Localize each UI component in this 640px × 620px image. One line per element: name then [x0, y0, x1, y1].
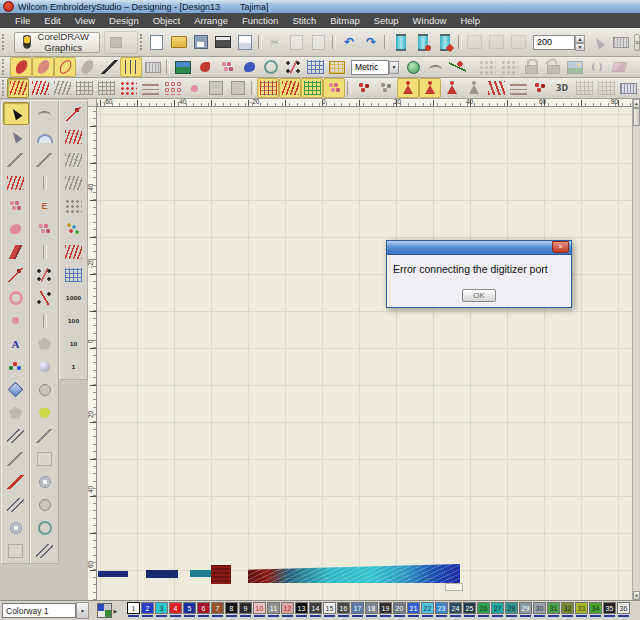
- insert-embroidery-icon[interactable]: [390, 32, 412, 52]
- close-icon[interactable]: ×: [552, 241, 569, 253]
- ellipse-icon[interactable]: [260, 57, 282, 77]
- tatami-stitch-icon[interactable]: [29, 78, 51, 98]
- tool-pick-color[interactable]: [3, 263, 29, 286]
- color-swatch[interactable]: 21: [407, 602, 420, 614]
- coreldraw-graphics-button[interactable]: CorelDRAW Graphics: [14, 32, 100, 53]
- vector-shape-icon[interactable]: [238, 57, 260, 77]
- menu-item[interactable]: Help: [453, 15, 487, 26]
- tool-open-curve[interactable]: [32, 102, 58, 125]
- tool-cluster[interactable]: [61, 217, 87, 240]
- color-swatch[interactable]: 11: [267, 602, 280, 614]
- outline-object-icon[interactable]: [54, 57, 76, 77]
- zoom-factor-value[interactable]: 200: [533, 35, 575, 50]
- globe-icon[interactable]: [402, 57, 424, 77]
- color-swatch[interactable]: 22: [421, 602, 434, 614]
- stitch-player-icon[interactable]: [508, 32, 530, 52]
- color-swatch[interactable]: 36: [617, 602, 630, 614]
- dialog-title-bar[interactable]: ×: [387, 241, 571, 255]
- wave-stitch-icon[interactable]: [485, 78, 507, 98]
- zoom-factor-combo[interactable]: 200 ▲▼: [533, 35, 585, 50]
- tool-angle-line[interactable]: [32, 286, 58, 309]
- separator[interactable]: [256, 32, 264, 52]
- toolbar-grip[interactable]: [2, 34, 5, 50]
- color-swatch[interactable]: 28: [505, 602, 518, 614]
- color-swatch[interactable]: 30: [533, 602, 546, 614]
- save-embroidery-icon[interactable]: [412, 32, 434, 52]
- units-combo[interactable]: Metric ▼: [351, 60, 399, 75]
- tool-pick-stitch[interactable]: [61, 102, 87, 125]
- tool-travel-1000[interactable]: 1000: [61, 286, 87, 309]
- tool-knife[interactable]: [3, 240, 29, 263]
- color-swatch[interactable]: 33: [575, 602, 588, 614]
- tool-fusion-fill[interactable]: [3, 217, 29, 240]
- color-swatch[interactable]: 2: [141, 602, 154, 614]
- star-red-icon[interactable]: [353, 78, 375, 98]
- embroidery-object-navy-1[interactable]: [98, 571, 128, 577]
- separator[interactable]: [345, 78, 353, 98]
- tool-travel-100[interactable]: 100: [61, 309, 87, 332]
- tool-circle[interactable]: [32, 378, 58, 401]
- carving-stamp-icon[interactable]: [227, 78, 249, 98]
- embroidery-object-red-block[interactable]: [211, 565, 231, 584]
- tool-sphere[interactable]: [32, 355, 58, 378]
- tool-extra[interactable]: [3, 539, 29, 562]
- figure-gray-icon[interactable]: [463, 78, 485, 98]
- menu-item[interactable]: Bitmap: [323, 15, 367, 26]
- tool-arc-line[interactable]: [32, 148, 58, 171]
- color-swatch[interactable]: 16: [337, 602, 350, 614]
- menu-item[interactable]: File: [8, 15, 37, 26]
- color-swatch[interactable]: 13: [295, 602, 308, 614]
- menu-item[interactable]: Stitch: [285, 15, 323, 26]
- colorway-colors-icon[interactable]: [97, 603, 112, 618]
- color-swatch[interactable]: 18: [365, 602, 378, 614]
- accent-dot-icon[interactable]: [183, 78, 205, 98]
- lock-icon[interactable]: [520, 57, 542, 77]
- motif-row-icon[interactable]: [279, 78, 301, 98]
- grid-icon[interactable]: [304, 57, 326, 77]
- tool-zigzag-gray2[interactable]: [61, 171, 87, 194]
- color-swatch[interactable]: 4: [169, 602, 182, 614]
- tool-hatch[interactable]: [3, 424, 29, 447]
- tool-pen[interactable]: [3, 470, 29, 493]
- tool-select[interactable]: [3, 102, 29, 125]
- penetrations-icon[interactable]: [120, 57, 142, 77]
- menu-item[interactable]: Edit: [37, 15, 67, 26]
- menu-item[interactable]: View: [68, 15, 102, 26]
- colorway-dropdown-icon[interactable]: ▼: [76, 602, 89, 619]
- switch-mode-button[interactable]: [104, 31, 138, 54]
- reshape-nodes-icon[interactable]: [282, 57, 304, 77]
- menu-item[interactable]: Function: [235, 15, 285, 26]
- menu-item[interactable]: Arrange: [187, 15, 235, 26]
- design-properties-icon[interactable]: [434, 32, 456, 52]
- ok-button[interactable]: OK: [462, 289, 496, 302]
- eraser-icon[interactable]: [608, 57, 630, 77]
- texture-icon[interactable]: [573, 78, 595, 98]
- contour-stitch-icon[interactable]: [139, 78, 161, 98]
- tool-zigzag-red[interactable]: [61, 125, 87, 148]
- properties-toggle-button[interactable]: ≡: [634, 34, 640, 51]
- tool-lettering[interactable]: [3, 332, 29, 355]
- zigzag-stitch-icon[interactable]: [51, 78, 73, 98]
- color-swatch[interactable]: 31: [547, 602, 560, 614]
- separator[interactable]: [456, 32, 464, 52]
- toolbar-grip[interactable]: [140, 34, 143, 50]
- frame-icon[interactable]: [595, 78, 617, 98]
- hoop-template-icon[interactable]: [326, 57, 348, 77]
- tool-cd[interactable]: [3, 516, 29, 539]
- separator[interactable]: [249, 78, 257, 98]
- zoom-spinner[interactable]: ▲▼: [575, 35, 585, 50]
- print-icon[interactable]: [212, 32, 234, 52]
- fill-dots-icon[interactable]: [498, 57, 520, 77]
- scrollbar-thumb[interactable]: [633, 108, 640, 126]
- pattern-fill-icon[interactable]: [161, 78, 183, 98]
- closed-object-icon[interactable]: [10, 57, 32, 77]
- tool-complex-fill[interactable]: [32, 194, 58, 217]
- new-icon[interactable]: [146, 32, 168, 52]
- hoop-icon[interactable]: [464, 32, 486, 52]
- image-icon[interactable]: [564, 57, 586, 77]
- undo-icon[interactable]: [338, 32, 360, 52]
- tool-oval[interactable]: [32, 493, 58, 516]
- paste-icon[interactable]: [308, 32, 330, 52]
- tool-polygon[interactable]: [32, 332, 58, 355]
- satin-stitch-icon[interactable]: [7, 78, 29, 98]
